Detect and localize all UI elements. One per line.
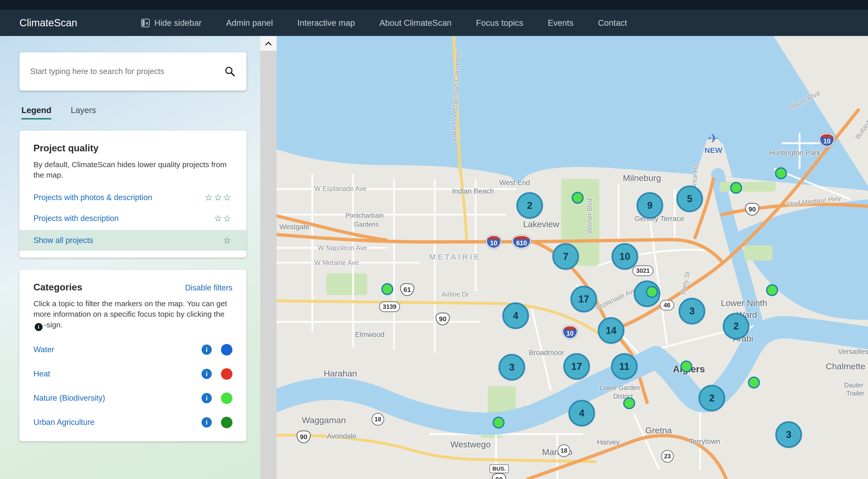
airport-code-label: NEW bbox=[705, 146, 722, 155]
project-marker[interactable] bbox=[623, 397, 635, 409]
project-marker[interactable] bbox=[493, 417, 505, 429]
map-place-label: West End bbox=[499, 179, 530, 187]
map-place-label: METAIRIE bbox=[429, 252, 481, 261]
map-place-label: Elmwood bbox=[355, 330, 384, 339]
project-marker[interactable] bbox=[381, 283, 394, 295]
sidebar: Legend Layers Project quality By default… bbox=[0, 36, 260, 479]
route-shield: 23 bbox=[661, 450, 674, 463]
route-shield: 3021 bbox=[632, 265, 653, 276]
project-marker[interactable] bbox=[766, 284, 778, 296]
project-marker[interactable] bbox=[572, 192, 584, 204]
cluster-marker[interactable]: 4 bbox=[568, 400, 595, 426]
map-road-label: Lake Pontchartrain Causeway bbox=[449, 49, 462, 141]
nav-items: Hide sidebar Admin panel Interactive map… bbox=[141, 18, 627, 28]
map-place-label: Gretna bbox=[645, 425, 672, 436]
map-place-label: Milneburg bbox=[623, 173, 661, 183]
cluster-marker[interactable]: 17 bbox=[563, 353, 590, 380]
info-icon[interactable]: i bbox=[202, 345, 212, 355]
route-shield: 46 bbox=[660, 300, 674, 310]
map-overlay-layer: West EndIndian BeachMilneburgHuntington … bbox=[277, 36, 868, 479]
map-place-label: Gardens bbox=[354, 221, 379, 228]
info-icon[interactable]: i bbox=[202, 369, 212, 379]
cluster-marker[interactable]: 14 bbox=[598, 317, 624, 344]
info-icon[interactable]: i bbox=[202, 417, 212, 427]
cluster-marker[interactable]: 7 bbox=[552, 243, 579, 270]
categories-description: Click a topic to filter the markers on t… bbox=[33, 298, 232, 331]
cluster-marker[interactable]: 2 bbox=[517, 192, 543, 219]
chevron-up-icon bbox=[265, 41, 272, 48]
tab-legend[interactable]: Legend bbox=[22, 106, 51, 119]
quality-option-photos-description[interactable]: Projects with photos & description ☆☆☆ bbox=[33, 187, 232, 208]
map-place-label: Lakeview bbox=[523, 219, 559, 229]
project-marker[interactable] bbox=[775, 168, 787, 179]
category-urban-agriculture[interactable]: Urban Agriculture i bbox=[33, 410, 232, 435]
search-input[interactable] bbox=[30, 67, 224, 76]
cluster-marker[interactable]: 10 bbox=[612, 243, 638, 270]
stars-3: ☆☆☆ bbox=[205, 192, 232, 203]
map-road-label: Piety St bbox=[679, 271, 692, 295]
hide-sidebar-icon bbox=[141, 19, 150, 27]
map-road-label: Wisner Blvd bbox=[586, 199, 593, 234]
tab-layers[interactable]: Layers bbox=[71, 106, 96, 119]
cluster-marker[interactable]: 5 bbox=[676, 185, 703, 212]
categories-card: Categories Disable filters Click a topic… bbox=[20, 270, 246, 441]
nav-item-interactive-map[interactable]: Interactive map bbox=[298, 18, 355, 28]
cluster-marker[interactable]: 17 bbox=[570, 286, 597, 312]
category-water[interactable]: Water i bbox=[33, 338, 232, 362]
info-icon[interactable]: i bbox=[202, 393, 212, 403]
cluster-marker[interactable]: 3 bbox=[499, 354, 525, 381]
airplane-icon: ✈ bbox=[708, 131, 719, 146]
cluster-marker[interactable]: 3 bbox=[775, 421, 802, 448]
project-marker[interactable] bbox=[646, 286, 658, 298]
map[interactable]: West EndIndian BeachMilneburgHuntington … bbox=[277, 36, 868, 479]
cluster-marker[interactable]: 2 bbox=[723, 313, 749, 339]
heat-color-dot bbox=[221, 368, 232, 380]
map-place-label: Chalmette bbox=[826, 361, 865, 371]
map-place-label: Harahan bbox=[324, 368, 357, 379]
cluster-marker[interactable]: 9 bbox=[637, 192, 663, 219]
category-nature[interactable]: Nature (Biodiversity) i bbox=[33, 386, 232, 410]
nav-item-contact[interactable]: Contact bbox=[598, 18, 627, 28]
cluster-marker[interactable]: 11 bbox=[611, 353, 638, 380]
map-place-label: Waggaman bbox=[302, 415, 346, 425]
urban-agriculture-color-dot bbox=[221, 417, 232, 428]
map-place-label: Huntington Park bbox=[769, 149, 820, 157]
project-marker[interactable] bbox=[680, 361, 692, 372]
sidebar-tabs: Legend Layers bbox=[22, 106, 260, 119]
cluster-marker[interactable]: 4 bbox=[502, 302, 529, 329]
cluster-marker[interactable]: 2 bbox=[699, 385, 725, 411]
project-quality-title: Project quality bbox=[33, 143, 232, 154]
cluster-marker[interactable]: 3 bbox=[679, 298, 705, 324]
map-road-label: Airline Dr bbox=[442, 291, 469, 298]
disable-filters-link[interactable]: Disable filters bbox=[185, 283, 232, 293]
navbar: ClimateScan Hide sidebar Admin panel Int… bbox=[0, 10, 868, 36]
map-road-label: Hayne Blvd bbox=[787, 89, 821, 112]
map-road-label: Chef Menteur Hwy bbox=[786, 194, 841, 209]
project-quality-card: Project quality By default, ClimateScan … bbox=[20, 131, 246, 258]
search-icon[interactable] bbox=[224, 66, 236, 77]
stars-1: ☆ bbox=[223, 235, 232, 245]
nav-item-about[interactable]: About ClimateScan bbox=[379, 18, 451, 28]
map-road-label: W Metairie Ave bbox=[314, 259, 359, 267]
project-marker[interactable] bbox=[730, 182, 742, 194]
nav-item-admin-panel[interactable]: Admin panel bbox=[226, 18, 273, 28]
map-road-label: W Esplanade Ave bbox=[314, 185, 367, 193]
info-icon: i bbox=[35, 323, 42, 331]
brand-logo: ClimateScan bbox=[20, 17, 77, 29]
map-place-label: Trailer bbox=[846, 390, 864, 397]
category-heat[interactable]: Heat i bbox=[33, 362, 232, 386]
map-road-label: Bullard bbox=[854, 119, 868, 141]
categories-title: Categories bbox=[33, 282, 82, 293]
nav-item-focus-topics[interactable]: Focus topics bbox=[476, 18, 523, 28]
nav-item-events[interactable]: Events bbox=[548, 18, 574, 28]
sidebar-scrollbar[interactable] bbox=[260, 36, 277, 479]
project-marker[interactable] bbox=[748, 377, 760, 389]
nav-item-hide-sidebar[interactable]: Hide sidebar bbox=[141, 18, 202, 28]
quality-option-description[interactable]: Projects with description ☆☆ bbox=[33, 208, 232, 229]
map-place-label: Harvey bbox=[597, 438, 620, 446]
nature-color-dot bbox=[221, 392, 232, 404]
quality-option-show-all[interactable]: Show all projects ☆ bbox=[20, 230, 246, 251]
map-place-label: Dauter bbox=[844, 382, 863, 389]
scroll-up-button[interactable] bbox=[260, 36, 277, 51]
map-road-label: W Napoleon Ave bbox=[318, 244, 367, 252]
